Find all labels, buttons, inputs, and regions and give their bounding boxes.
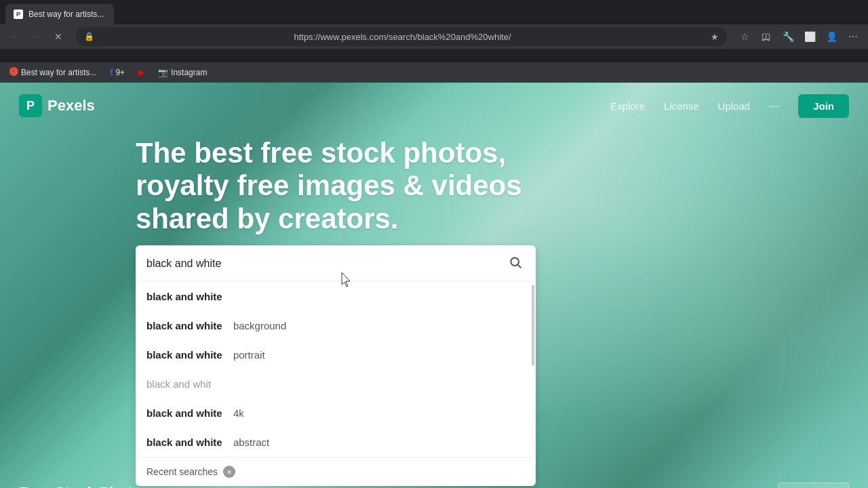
site-nav: P Pexels Explore License Upload ··· Join xyxy=(0,83,868,129)
bookmark-instagram-label: Instagram xyxy=(171,68,207,77)
search-dropdown: black and white black and white backgrou… xyxy=(136,282,536,486)
nav-explore[interactable]: Explore xyxy=(610,100,645,112)
url-text: https://www.pexels.com/search/black%20an… xyxy=(100,32,705,42)
reading-list-button[interactable]: 🕮 xyxy=(757,27,776,46)
suggestion-5-bold: black and white xyxy=(146,436,222,448)
bookmark-facebook-icon: f xyxy=(110,68,113,77)
logo-icon: P xyxy=(19,94,42,117)
nav-more[interactable]: ··· xyxy=(769,99,779,113)
collections-button[interactable]: ⬜ xyxy=(800,27,819,46)
search-container: black and white black and white backgrou… xyxy=(136,245,536,486)
suggestion-1-bold: black and white xyxy=(146,320,222,331)
recent-searches-row: Recent searches ✕ xyxy=(136,458,536,486)
suggestion-1[interactable]: black and white background xyxy=(136,311,536,340)
bookmark-youtube-icon: ▶ xyxy=(138,68,144,77)
page-content: P Pexels Explore License Upload ··· Join… xyxy=(0,83,868,488)
active-tab[interactable]: P Best way for artists... xyxy=(5,4,114,24)
suggestion-5-light: abstract xyxy=(233,436,269,448)
bookmarks-bar: 🅟 Best way for artists... f 9+ ▶ 📷 Insta… xyxy=(0,62,868,83)
svg-point-0 xyxy=(511,258,519,266)
search-submit-button[interactable] xyxy=(506,253,525,275)
suggestion-3[interactable]: black and whit xyxy=(136,369,536,399)
suggestion-4[interactable]: black and white 4k xyxy=(136,399,536,428)
logo-letter: P xyxy=(26,99,35,113)
suggestion-3-text: black and whit xyxy=(146,378,211,390)
reload-button[interactable]: ✕ xyxy=(49,27,68,46)
free-stock-label: Free Stock Photos xyxy=(19,484,150,488)
menu-button[interactable]: ⋯ xyxy=(844,27,863,46)
suggestion-5[interactable]: black and white abstract xyxy=(136,428,536,457)
nav-links: Explore License Upload ··· Join xyxy=(610,94,849,118)
bookmark-pexels[interactable]: 🅟 Best way for artists... xyxy=(5,66,100,79)
suggestion-2[interactable]: black and white portrait xyxy=(136,340,536,369)
recent-searches-label: Recent searches xyxy=(146,466,218,477)
nav-upload[interactable]: Upload xyxy=(718,100,751,112)
suggestion-4-light: 4k xyxy=(233,407,244,419)
suggestion-2-bold: black and white xyxy=(146,349,222,361)
bookmark-facebook-count: 9+ xyxy=(115,68,125,77)
suggestion-1-light: background xyxy=(233,320,286,331)
back-button[interactable]: ← xyxy=(5,27,24,46)
dropdown-scrollbar[interactable] xyxy=(532,285,534,366)
browser-tabs: P Best way for artists... xyxy=(0,0,868,24)
suggestion-2-light: portrait xyxy=(233,349,265,361)
tab-favicon: P xyxy=(14,9,23,19)
hero-text: The best free stock photos, royalty free… xyxy=(136,137,597,235)
browser-titlebar: ← → ✕ 🔒 https://www.pexels.com/search/bl… xyxy=(0,24,868,49)
search-input[interactable] xyxy=(146,258,506,270)
bookmark-instagram-icon: 📷 xyxy=(158,68,168,77)
suggestion-4-bold: black and white xyxy=(146,407,222,419)
bookmark-youtube[interactable]: ▶ xyxy=(134,66,149,79)
svg-line-1 xyxy=(518,264,521,268)
bookmark-facebook[interactable]: f 9+ xyxy=(106,66,129,79)
search-box xyxy=(136,245,536,282)
address-bar[interactable]: 🔒 https://www.pexels.com/search/black%20… xyxy=(76,27,727,46)
suggestion-0[interactable]: black and white xyxy=(136,282,536,311)
profile-button[interactable]: 👤 xyxy=(822,27,841,46)
suggestion-0-bold: black and white xyxy=(146,291,222,302)
bookmark-pexels-icon: 🅟 xyxy=(9,67,18,77)
join-button[interactable]: Join xyxy=(798,94,849,118)
bookmark-pexels-label: Best way for artists... xyxy=(21,68,96,77)
favorites-button[interactable]: ☆ xyxy=(735,27,754,46)
site-logo[interactable]: P Pexels xyxy=(19,94,95,117)
trending-button[interactable]: Trending ▼ xyxy=(778,483,849,488)
toolbar-icons: ☆ 🕮 🔧 ⬜ 👤 ⋯ xyxy=(735,27,863,46)
forward-button[interactable]: → xyxy=(27,27,46,46)
bookmark-instagram[interactable]: 📷 Instagram xyxy=(154,66,211,79)
logo-text: Pexels xyxy=(47,97,95,115)
browser-tools-button[interactable]: 🔧 xyxy=(778,27,797,46)
tab-title: Best way for artists... xyxy=(28,9,104,19)
browser-chrome: P Best way for artists... ← → ✕ 🔒 https:… xyxy=(0,0,868,62)
hero-heading: The best free stock photos, royalty free… xyxy=(136,137,597,235)
clear-recent-searches-button[interactable]: ✕ xyxy=(223,466,235,478)
nav-license[interactable]: License xyxy=(664,100,699,112)
